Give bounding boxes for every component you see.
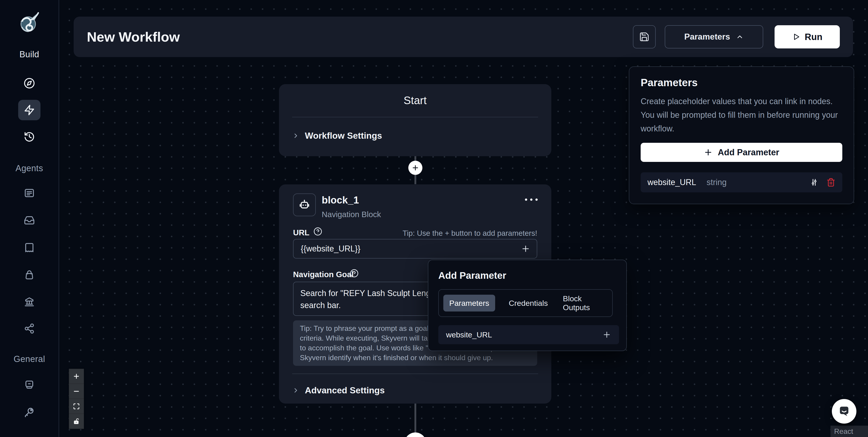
start-node[interactable]: Start Workflow Settings [279, 84, 551, 156]
url-inline-tip: Tip: Use the + button to add parameters! [403, 229, 537, 238]
tab-block-outputs[interactable]: Block Outputs [562, 294, 608, 312]
parameters-toggle-button[interactable]: Parameters [665, 25, 763, 49]
add-parameter-popup: Add Parameter Parameters Credentials Blo… [428, 260, 627, 351]
add-parameter-plus-icon[interactable] [521, 244, 530, 253]
divider [292, 374, 538, 374]
sidebar-item-banking[interactable] [18, 291, 40, 312]
tab-parameters[interactable]: Parameters [443, 295, 495, 312]
page-title: New Workflow [87, 29, 180, 45]
sidebar-item-shopping[interactable] [18, 264, 40, 285]
workflow-settings-label: Workflow Settings [305, 131, 382, 141]
parameter-name: website_URL [648, 178, 696, 187]
sidebar-item-devices[interactable] [18, 374, 40, 395]
react-flow-attribution[interactable]: React Flow [831, 426, 868, 437]
add-parameter-tabs: Parameters Credentials Block Outputs [438, 289, 613, 317]
plus-icon [704, 148, 713, 157]
block-title: block_1 [322, 194, 359, 206]
popup-parameter-item[interactable]: website_URL [438, 325, 619, 344]
sidebar-item-inbox[interactable] [18, 210, 40, 230]
sidebar: Build Agents [0, 0, 59, 437]
trash-icon[interactable] [827, 178, 836, 187]
flow-controls [69, 369, 84, 429]
tab-credentials[interactable]: Credentials [507, 299, 549, 308]
parameters-panel-description: Create placeholder values that you can l… [641, 95, 838, 135]
add-parameter-popup-title: Add Parameter [438, 270, 506, 281]
floppy-disk-icon [639, 32, 650, 42]
sidebar-item-integrations[interactable] [18, 318, 40, 339]
parameter-type: string [707, 178, 726, 187]
skyvern-dragon-logo[interactable] [16, 8, 43, 35]
lock-button[interactable] [69, 414, 84, 429]
fit-view-icon [73, 403, 80, 410]
add-parameter-button[interactable]: Add Parameter [641, 143, 842, 162]
block-icon-tile [293, 193, 316, 216]
unlock-icon [73, 418, 80, 425]
popup-parameter-name: website_URL [446, 331, 492, 339]
compass-icon [24, 77, 35, 89]
workflow-header: New Workflow Parameters Run [74, 17, 853, 57]
advanced-settings-label: Advanced Settings [305, 385, 385, 396]
add-block-button[interactable] [408, 161, 423, 175]
sidebar-item-receipts[interactable] [18, 238, 40, 258]
chevron-up-icon [736, 33, 744, 41]
url-label: URL [293, 228, 309, 237]
header-actions: Parameters Run [633, 25, 840, 49]
play-icon [792, 33, 800, 41]
start-node-title: Start [279, 94, 551, 106]
block-subtitle: Navigation Block [322, 210, 381, 219]
run-button[interactable]: Run [775, 25, 840, 49]
history-icon [24, 131, 35, 143]
form-icon [24, 188, 35, 198]
parameters-panel-title: Parameters [641, 76, 698, 89]
sidebar-item-forms[interactable] [18, 183, 40, 203]
navigation-goal-label: Navigation Goal [293, 270, 353, 279]
parameters-toggle-label: Parameters [684, 32, 730, 41]
parameters-panel: Parameters Create placeholder values tha… [629, 66, 854, 204]
receipt-icon [24, 242, 35, 253]
chevron-right-icon [292, 132, 300, 139]
bank-icon [24, 296, 35, 307]
zoom-in-icon [73, 373, 80, 380]
add-parameter-button-label: Add Parameter [718, 148, 779, 157]
help-circle-icon[interactable] [349, 269, 359, 278]
workflow-settings-toggle[interactable]: Workflow Settings [292, 126, 382, 145]
sliders-icon[interactable] [810, 178, 819, 187]
parameter-row[interactable]: website_URL string [641, 173, 842, 192]
block-menu-button[interactable] [525, 198, 538, 201]
sidebar-section-general: General [13, 354, 45, 364]
share-icon [24, 323, 35, 334]
sidebar-section-agents: Agents [16, 163, 43, 173]
zap-icon [24, 104, 35, 116]
chat-bubble-icon [838, 405, 851, 418]
zoom-in-button[interactable] [69, 369, 84, 384]
chat-launcher-button[interactable] [832, 399, 857, 424]
sidebar-item-credentials[interactable] [18, 402, 40, 422]
robot-icon [298, 198, 311, 211]
divider [292, 117, 538, 117]
plus-icon [411, 164, 419, 171]
sidebar-item-workflows[interactable] [18, 100, 40, 120]
sidebar-section-build: Build [20, 50, 39, 59]
sidebar-item-history[interactable] [18, 127, 40, 147]
sidebar-item-discover[interactable] [18, 73, 40, 93]
advanced-settings-toggle[interactable]: Advanced Settings [292, 381, 385, 400]
bag-icon [24, 270, 35, 280]
chevron-right-icon [292, 387, 300, 394]
inbox-icon [24, 215, 35, 226]
save-button[interactable] [633, 25, 656, 49]
plus-icon[interactable] [602, 330, 611, 339]
zoom-out-button[interactable] [69, 384, 84, 399]
key-icon [23, 406, 35, 418]
url-input-value: {{website_URL}} [301, 244, 360, 253]
edge-block-down [414, 404, 416, 437]
url-input[interactable]: {{website_URL}} [293, 239, 537, 258]
fit-view-button[interactable] [69, 399, 84, 414]
help-circle-icon[interactable] [313, 227, 322, 236]
run-label: Run [805, 32, 823, 42]
laptop-icon [24, 379, 35, 390]
zoom-out-icon [73, 388, 80, 395]
